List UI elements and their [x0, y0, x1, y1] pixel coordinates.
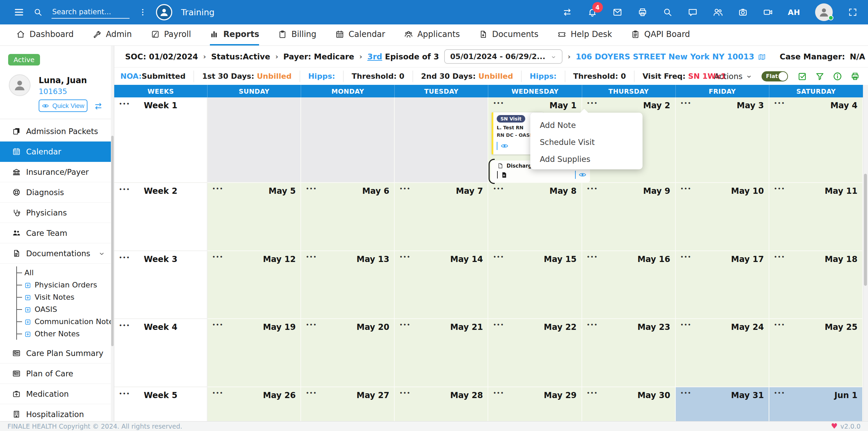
users-icon[interactable] — [713, 7, 723, 17]
tab-applicants[interactable]: Applicants — [404, 24, 460, 45]
sidebar-subitem-visit-notes[interactable]: Visit Notes — [17, 291, 114, 303]
calendar-scrollbar[interactable] — [863, 85, 868, 421]
tab-payroll[interactable]: Payroll — [151, 24, 191, 45]
document-lines-icon[interactable] — [500, 171, 508, 179]
menu-item-schedule-visit[interactable]: Schedule Visit — [530, 134, 643, 151]
day-cell[interactable]: ••• May 28 — [395, 387, 488, 421]
view-discharge-eye-icon[interactable] — [578, 171, 587, 179]
patient-id-link[interactable]: 101635 — [39, 87, 67, 96]
day-options-dots[interactable]: ••• — [680, 101, 692, 106]
more-options-icon[interactable] — [138, 8, 147, 17]
day-cell[interactable]: ••• May 25 — [769, 319, 863, 387]
day-cell[interactable]: ••• May 16 — [582, 251, 676, 319]
day-cell[interactable]: ••• May 19 — [208, 319, 301, 387]
episode-link[interactable]: 3rd — [367, 52, 382, 61]
day-cell[interactable]: ••• May 10 — [676, 183, 769, 251]
sidebar-item-medication[interactable]: Medication — [0, 384, 114, 404]
day-cell[interactable]: ••• May 5 — [208, 183, 301, 251]
day-cell[interactable] — [208, 97, 301, 183]
day-cell[interactable]: ••• May 12 — [208, 251, 301, 319]
week-options-dots[interactable]: ••• — [119, 101, 130, 106]
tab-admin[interactable]: Admin — [93, 24, 132, 45]
patient-address-link[interactable]: 106 DOYERS STREET New York NY 10013 — [576, 52, 766, 61]
day-cell[interactable]: ••• May 26 — [208, 387, 301, 421]
day-options-dots[interactable]: ••• — [587, 322, 598, 327]
day-options-dots[interactable]: ••• — [306, 322, 317, 327]
info-icon[interactable] — [833, 72, 842, 81]
camera-icon[interactable] — [738, 7, 748, 17]
menu-item-add-note[interactable]: Add Note — [530, 117, 643, 134]
day-options-dots[interactable]: ••• — [306, 186, 317, 191]
day-cell[interactable]: ••• May 23 — [582, 319, 676, 387]
sidebar-item-admission-packets[interactable]: Admission Packets — [0, 121, 114, 142]
day-options-dots[interactable]: ••• — [680, 322, 692, 327]
day-cell[interactable]: ••• May 8 — [488, 183, 582, 251]
user-avatar[interactable] — [815, 3, 833, 21]
day-options-dots[interactable]: ••• — [399, 322, 411, 327]
plus-square-icon[interactable] — [24, 305, 31, 314]
chat-icon[interactable] — [688, 7, 698, 17]
day-cell[interactable] — [395, 97, 488, 183]
day-options-dots[interactable]: ••• — [306, 255, 317, 259]
plus-square-icon[interactable] — [24, 330, 31, 338]
week-cell[interactable]: ••• Week 4 — [114, 319, 208, 387]
sidebar-item-care-plan-summary[interactable]: Care Plan Summary — [0, 343, 114, 363]
day-options-dots[interactable]: ••• — [212, 391, 223, 395]
org-name[interactable]: Training — [181, 7, 215, 17]
day-cell[interactable]: ••• May 29 — [488, 387, 582, 421]
day-options-dots[interactable]: ••• — [399, 186, 411, 191]
day-options-dots[interactable]: ••• — [493, 391, 504, 395]
day-cell[interactable]: ••• May 9 — [582, 183, 676, 251]
sidebar-item-insurance-payer[interactable]: Insurance/Payer — [0, 162, 114, 182]
day-cell[interactable]: ••• May 14 — [395, 251, 488, 319]
week-cell[interactable]: ••• Week 1 — [114, 97, 208, 183]
quick-view-button[interactable]: Quick View — [39, 99, 87, 112]
sidebar-item-plan-of-care[interactable]: Plan of Care — [0, 363, 114, 384]
day-options-dots[interactable]: ••• — [212, 322, 223, 327]
search-icon[interactable] — [663, 7, 673, 17]
org-avatar[interactable] — [156, 4, 172, 20]
tab-qapi-board[interactable]: QAPI Board — [631, 24, 690, 45]
day-cell[interactable] — [301, 97, 395, 183]
day-options-dots[interactable]: ••• — [774, 255, 785, 259]
sidebar-item-hospitalization[interactable]: Hospitalization — [0, 404, 114, 421]
day-cell[interactable]: ••• May 27 — [301, 387, 395, 421]
tab-documents[interactable]: Documents — [479, 24, 538, 45]
day-options-dots[interactable]: ••• — [306, 391, 317, 395]
sidebar-scrollbar[interactable] — [111, 46, 114, 421]
plus-square-icon[interactable] — [24, 317, 31, 326]
day-cell[interactable]: ••• May 6 — [301, 183, 395, 251]
day-options-dots[interactable]: ••• — [680, 186, 692, 191]
tab-calendar[interactable]: Calendar — [335, 24, 385, 45]
day-cell[interactable]: ••• May 24 — [676, 319, 769, 387]
day-cell[interactable]: ••• May 4 — [769, 97, 863, 183]
day-options-dots[interactable]: ••• — [587, 186, 598, 191]
funnel-icon[interactable] — [815, 72, 825, 81]
sidebar-item-documentations[interactable]: Documentations — [0, 243, 114, 264]
sidebar-item-physicians[interactable]: Physicians — [0, 203, 114, 223]
day-options-dots[interactable]: ••• — [493, 101, 504, 106]
search-icon[interactable] — [33, 7, 43, 17]
mail-icon[interactable] — [612, 7, 623, 17]
day-options-dots[interactable]: ••• — [212, 186, 223, 191]
day-cell[interactable]: ••• May 17 — [676, 251, 769, 319]
week-cell[interactable]: ••• Week 2 — [114, 183, 208, 251]
day-cell[interactable]: ••• May 21 — [395, 319, 488, 387]
day-options-dots[interactable]: ••• — [774, 322, 785, 327]
day-cell[interactable]: ••• May 30 — [582, 387, 676, 421]
tab-dashboard[interactable]: Dashboard — [16, 24, 74, 45]
day-options-dots[interactable]: ••• — [212, 255, 223, 259]
switch-patient-icon[interactable] — [94, 101, 103, 111]
day-cell[interactable]: ••• May 18 — [769, 251, 863, 319]
day-cell[interactable]: ••• May 22 — [488, 319, 582, 387]
swap-icon[interactable] — [562, 7, 572, 17]
week-options-dots[interactable]: ••• — [119, 187, 130, 192]
select-visits-icon[interactable] — [797, 72, 807, 81]
flat-view-toggle[interactable]: Flat — [762, 71, 788, 81]
day-options-dots[interactable]: ••• — [774, 186, 785, 191]
day-options-dots[interactable]: ••• — [587, 101, 598, 106]
search-input[interactable] — [52, 6, 130, 19]
day-cell[interactable]: ••• May 31 — [676, 387, 769, 421]
sidebar-subitem-other-notes[interactable]: Other Notes — [17, 327, 114, 340]
day-options-dots[interactable]: ••• — [493, 186, 504, 191]
